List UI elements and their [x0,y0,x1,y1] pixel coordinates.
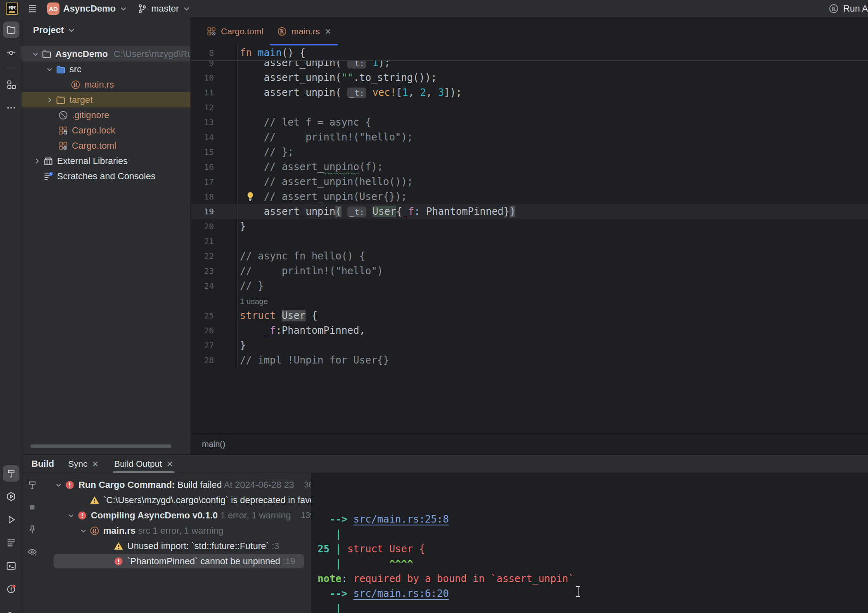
line-number[interactable]: 16 [191,159,237,174]
breadcrumb-main[interactable]: main() [202,440,225,449]
code-line[interactable]: 27} [191,338,868,353]
toolbar-button-pin-icon[interactable] [27,524,38,537]
stripe-button-terminal-icon[interactable] [3,558,19,574]
file-link[interactable]: src/main.rs:6:20 [353,588,449,599]
line-number[interactable]: 12 [191,100,237,115]
build-tree-row[interactable]: Run Cargo Command: Build failed At 2024-… [42,477,311,492]
code-line[interactable]: 15 // }; [191,145,868,159]
close-icon[interactable]: ✕ [166,459,173,469]
project-panel-header[interactable]: Project [22,17,190,43]
chevron-right-icon[interactable] [44,96,55,104]
code-line[interactable]: 18 // assert_unpin(User{}); [191,189,868,204]
code-line[interactable]: 23// println!("hello") [191,264,868,278]
code-line[interactable]: 11 assert_unpin( _t: vec![1, 2, 3]); [191,85,868,100]
tab-label: Cargo.toml [221,26,263,36]
editor-tab-main-rs[interactable]: Rmain.rs✕ [270,17,338,45]
build-tree-row[interactable]: `C:\Users\mzygd\.cargo\config` is deprec… [42,492,311,508]
line-number[interactable]: 20 [191,219,237,234]
project-tree-item-cargo-toml[interactable]: Cargo.toml [22,138,190,153]
code-line[interactable]: 19 assert_unpin( _t: User{_f: PhantomPin… [191,204,868,219]
chevron-down-icon[interactable] [53,481,64,489]
build-tree-row[interactable]: Compiling AsyncDemo v0.1.0 1 error, 1 wa… [42,508,311,523]
project-tree-item--gitignore[interactable]: .gitignore [22,107,190,123]
line-number[interactable]: 11 [191,85,237,100]
sticky-code-line[interactable]: 8fn main() { [191,45,868,60]
horizontal-scrollbar[interactable] [31,444,171,448]
code-line[interactable]: 14 // println!("hello"); [191,130,868,145]
line-number[interactable] [191,293,237,308]
vcs-branch-widget[interactable]: master [137,3,191,14]
code-line[interactable]: 13 // let f = async { [191,115,868,130]
line-number[interactable]: 10 [191,70,237,85]
chevron-down-icon[interactable] [30,50,41,58]
code-line[interactable]: 22// async fn hello() { [191,249,868,264]
intention-bulb-icon[interactable] [245,191,256,202]
chevron-down-icon[interactable] [78,527,89,535]
build-tab-build-output[interactable]: Build Output✕ [113,455,175,473]
code-line[interactable]: 24// } [191,278,868,293]
line-number[interactable]: 8 [191,45,237,60]
line-number[interactable]: 13 [191,115,237,130]
line-number[interactable]: 15 [191,145,237,159]
stripe-button-todo-list-icon[interactable] [3,535,19,551]
code-line[interactable]: 21 [191,234,868,249]
code-line[interactable]: 1 usage [191,293,868,308]
code-line[interactable]: 12 [191,100,868,115]
code-line[interactable]: 16 // assert_unpino(f); [191,159,868,174]
project-selector[interactable]: AD AsyncDemo [47,2,128,15]
project-tree-item-target[interactable]: target [22,92,190,107]
line-number[interactable]: 19 [191,204,237,219]
project-tree-item-cargo-lock[interactable]: Cargo.lock [22,123,190,138]
project-tree-item-asyncdemo[interactable]: AsyncDemoC:\Users\mzygd\Rustro [22,46,190,62]
line-number[interactable]: 28 [191,353,237,368]
toolbar-button-hammer-icon[interactable] [27,480,38,492]
line-number[interactable]: 25 [191,308,237,323]
stripe-button-partial-icon[interactable] [3,604,19,613]
stripe-button-more-tools-icon[interactable] [3,100,19,116]
code-line[interactable]: 10 assert_unpin("".to_string()); [191,70,868,85]
close-icon[interactable]: ✕ [92,459,99,469]
project-tree-item-main-rs[interactable]: Rmain.rs [22,77,190,92]
stripe-button-commit-icon[interactable] [3,45,19,61]
project-tree-item-src[interactable]: src [22,62,190,77]
code-line[interactable]: 25struct User { [191,308,868,323]
chevron-down-icon[interactable] [65,512,77,519]
build-tree-row[interactable]: `PhantomPinned` cannot be unpinned :19 [42,554,311,569]
line-number[interactable]: 24 [191,278,237,293]
code-line[interactable]: 28// impl !Unpin for User{} [191,353,868,368]
code-editor[interactable]: 8fn main() { 9 assert_unpin( _t: 1);10 a… [191,45,868,435]
stripe-button-build-hammer-icon[interactable] [3,465,19,482]
build-tree-row[interactable]: Unused import: `std::future::Future` :3 [42,538,311,554]
code-line[interactable]: 17 // assert_unpin(hello()); [191,174,868,189]
stripe-button-structure-icon[interactable] [3,76,19,93]
run-configuration-widget[interactable]: R Run A [828,3,868,14]
file-link[interactable]: src/main.rs:25:8 [353,513,449,525]
line-number[interactable]: 17 [191,174,237,189]
editor-tab-cargo-toml[interactable]: Cargo.toml [199,17,270,45]
line-number[interactable]: 14 [191,130,237,145]
line-number[interactable]: 21 [191,234,237,249]
line-number[interactable]: 23 [191,264,237,278]
build-tree-row[interactable]: Rmain.rs src 1 error, 1 warning [42,523,311,538]
svg-text:R: R [92,527,97,534]
line-number[interactable]: 26 [191,323,237,338]
stripe-button-project-folder-icon[interactable] [3,21,19,38]
project-tree-item-external-libraries[interactable]: External Libraries [22,153,190,169]
build-tab-sync[interactable]: Sync✕ [66,455,100,473]
tree-item-label: src [69,64,81,75]
toolbar-button-eye-icon[interactable] [27,546,38,559]
stripe-button-run-play-icon[interactable] [3,511,19,528]
project-tree-item-scratches-and-consoles[interactable]: Scratches and Consoles [22,169,190,184]
chevron-right-icon[interactable] [31,157,43,165]
close-icon[interactable]: ✕ [325,27,332,36]
chevron-down-icon[interactable] [44,66,55,73]
stripe-button-services-icon[interactable] [3,488,19,505]
line-number[interactable]: 27 [191,338,237,353]
code-line[interactable]: 20} [191,219,868,234]
stripe-button-problems-icon[interactable] [3,581,19,597]
hamburger-menu-icon[interactable] [27,3,38,14]
code-line[interactable]: 26 _f:PhantomPinned, [191,323,868,338]
line-number[interactable]: 18 [191,189,237,204]
toolbar-button-stop-icon[interactable] [27,502,38,514]
line-number[interactable]: 22 [191,249,237,264]
